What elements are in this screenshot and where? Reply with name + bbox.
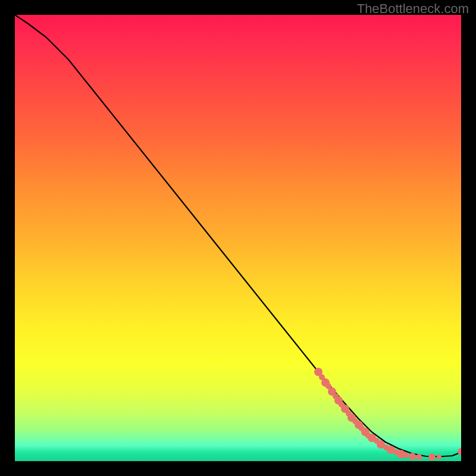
data-marker [416, 454, 422, 460]
watermark-text: TheBottleneck.com [357, 1, 469, 17]
data-marker [458, 448, 461, 455]
data-marker [409, 453, 416, 460]
data-marker [437, 455, 441, 459]
data-marker [428, 453, 436, 461]
chart-curve-svg [15, 15, 461, 461]
bottleneck-curve-line [15, 15, 461, 457]
data-marker [403, 452, 409, 458]
chart-plot-area [15, 15, 461, 461]
